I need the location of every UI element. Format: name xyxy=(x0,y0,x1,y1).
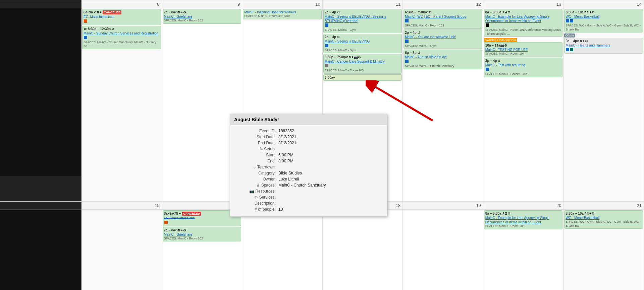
day-column-20: 20 8a – 8:30a↺🖥⚙ MainC - Example for Lee… xyxy=(483,202,564,290)
event-spaces: SPACES: MainC - Gym xyxy=(405,44,481,48)
event-block[interactable]: 7a – 8a↺⇅✦⚙ MainC - Griefshare SPACES: M… xyxy=(163,9,241,24)
event-time: 8a–9a xyxy=(164,212,173,215)
event-icons: 📷⚙ xyxy=(500,44,507,47)
day-column-15: 15 xyxy=(82,202,162,290)
event-title[interactable]: WC - Men's Basketball xyxy=(566,15,599,18)
event-spaces: SPACES: MainC - Room 104 xyxy=(485,52,561,56)
event-time: 6:30p – 7:30p xyxy=(325,55,346,59)
event-title[interactable]: MainC - Example for Lee: Approving Singl… xyxy=(485,216,549,224)
event-title[interactable]: MainC - Cancer Care Support & Ministry xyxy=(325,60,385,63)
day-content-11: 2p – 4p ↺ MainC - Seeing is BELIEVING : … xyxy=(323,8,403,82)
color-dot xyxy=(566,48,569,51)
day-header-19: 19 xyxy=(403,202,483,210)
event-spaces: SPACES: WC - Gym - Side A, WC - Gym - Si… xyxy=(566,24,642,31)
wrench-icon: ⚙ xyxy=(429,10,432,14)
event-time: 8:30a – 12:30p xyxy=(88,27,111,31)
event-block-top[interactable]: MainC - Inspiring Hope for Widows SPACES… xyxy=(243,9,322,19)
event-block-august-bible[interactable]: 6p – 8p ↺ MainC - August Bible Study! SP… xyxy=(404,50,482,69)
day-header-9: 9 xyxy=(162,0,242,8)
sidebar-column xyxy=(0,0,82,201)
event-icons: ↺⇅✦⚙ xyxy=(584,10,595,14)
popup-value xyxy=(278,195,382,200)
event-title[interactable]: MainC | WC | EC - Parent Support Group xyxy=(405,15,466,18)
event-title[interactable]: MainC - Inspiring Hope for Widows xyxy=(244,10,296,14)
recurring-icon: ↺ xyxy=(418,51,420,55)
popup-row-start: Start: 6:00 PM xyxy=(235,153,382,157)
event-title[interactable]: MainC - Sunday Church Services and Regis… xyxy=(84,31,158,35)
event-icons: ↺⇅✦⚙ xyxy=(577,39,588,43)
popup-row-startdate: Start Date: 8/12/2021 xyxy=(235,135,382,139)
popup-label: Start: xyxy=(235,153,278,157)
popup-value: 1863352 xyxy=(278,129,382,133)
popup-value: 6:00 PM xyxy=(278,153,382,157)
color-dot xyxy=(84,36,87,39)
event-block[interactable]: 3p – 4p ↺ MainC - Test with recurring SP… xyxy=(484,58,563,77)
event-time: 7a – 8a xyxy=(164,228,175,232)
event-spaces: SPACES: WC - Gym - Side A, WC - Gym - Si… xyxy=(566,220,642,228)
event-title[interactable]: MainC - Test with recurring xyxy=(485,63,525,67)
popup-value: 10 xyxy=(278,207,382,212)
recurring-icon: ↺ xyxy=(498,59,500,63)
event-title[interactable]: MainC - Example for Lee: Approving Singl… xyxy=(485,15,549,23)
event-block[interactable]: 8a – 8:30a↺🖥⚙ MainC - Example for Lee: A… xyxy=(484,9,563,37)
event-block[interactable]: 10a – 11a📷⚙ MainC - TESTING FOR LEE SPAC… xyxy=(484,42,563,57)
event-title[interactable]: MainC - Seeing is BELIEVING : Seeing is … xyxy=(325,15,386,23)
event-block[interactable]: 8:30a – 10a↺⇅✦⚙ WC - Men's Basketball SP… xyxy=(564,210,643,229)
popup-label: Start Date: xyxy=(235,135,278,139)
event-title[interactable]: EC–Mass Intensions xyxy=(84,15,114,19)
day-content-8: 8a–9a ↺⇅✦ CANCELED EC–Mass Intensions 🖥 … xyxy=(82,8,162,51)
event-block[interactable]: 6:30p – 7:30p↺⇅✦📷⚙ MainC - Cancer Care S… xyxy=(323,54,402,74)
event-title[interactable]: MainC - You are the weakest Link! xyxy=(405,35,456,39)
event-title[interactable]: MainC - Seeing is BELIEVING xyxy=(325,40,370,43)
popup-label: 📷 Resources: xyxy=(235,189,278,194)
event-spaces: SPACES: MainC - Gym xyxy=(325,28,401,32)
event-title[interactable]: MainC - TESTING FOR LEE xyxy=(485,48,528,52)
popup-body: Event ID: 1863352 Start Date: 8/12/2021 … xyxy=(230,125,387,216)
popup-label: ⌄ Teardown: xyxy=(235,165,278,169)
event-block[interactable]: 8a – 8:30a↺🖥⚙ MainC - Example for Lee: A… xyxy=(484,210,563,229)
popup-label: 🖥 Spaces: xyxy=(235,183,278,188)
popup-label: Category: xyxy=(235,171,278,175)
event-title[interactable]: MainC - August Bible Study! xyxy=(405,55,447,59)
event-block-partial[interactable]: 6:00a– xyxy=(323,74,402,81)
event-title[interactable]: WC - Men's Basketball xyxy=(566,216,599,220)
event-title[interactable]: MainC - Griefshare xyxy=(164,15,192,18)
event-time: 10a – 11a xyxy=(485,44,500,47)
recurring-icon: ↺ xyxy=(337,10,340,14)
day-content-14: 8:30a – 10a↺⇅✦⚙ WC - Men's Basketball SP… xyxy=(564,8,644,55)
popup-value: MainC - Church Sanctuary xyxy=(278,183,382,188)
event-title[interactable]: MainC - Griefshare xyxy=(164,233,192,236)
day-content-15 xyxy=(82,210,162,211)
event-block[interactable]: 6:30a – 7:30a↺⚙ MainC | WC | EC - Parent… xyxy=(404,9,482,29)
popup-value xyxy=(278,147,382,151)
popup-label: End: xyxy=(235,159,278,163)
day-header-10: 10 xyxy=(242,0,322,8)
event-block[interactable]: 2p – 4p ↺ MainC - Seeing is BELIEVING : … xyxy=(323,9,402,33)
event-spaces: SPACES: MainC - Room 102 xyxy=(164,19,240,23)
day-header-12: 12 xyxy=(403,0,483,8)
day-header-8: 8 xyxy=(82,0,162,8)
popup-row-services: ⚙ Services: xyxy=(235,195,382,200)
event-block[interactable]: 8:30a – 10a↺⇅✦⚙ WC - Men's Basketball SP… xyxy=(564,9,643,32)
event-block[interactable]: 🖥 8:30a – 12:30p ↺ MainC - Sunday Church… xyxy=(82,26,161,49)
popup-label: ⚙ Services: xyxy=(235,195,278,200)
day-content-12: 6:30a – 7:30a↺⚙ MainC | WC | EC - Parent… xyxy=(403,8,483,71)
event-time: 2p – 4p xyxy=(405,31,416,34)
popup-value: 8/12/2021 xyxy=(278,141,382,145)
sidebar-column-2 xyxy=(0,202,82,290)
event-block[interactable]: 8a–9a ↺⇅✦ CANCELED EC–Mass Intensions xyxy=(82,9,161,25)
event-block[interactable]: 2p – 4p ↺ MainC - Seeing is BELIEVING SP… xyxy=(323,34,402,54)
popup-label: # of people: xyxy=(235,207,278,212)
event-icons: ↺⇅✦ xyxy=(93,10,103,14)
event-block[interactable]: 9a – 4p↺⇅✦⚙ MainC - Hearts and Hammers xyxy=(564,38,643,54)
popup-row-people: # of people: 10 xyxy=(235,207,382,212)
event-title[interactable]: EC–Mass Intensions xyxy=(164,216,195,220)
event-block[interactable]: 8a–9a↺⇅✦ CANCELED EC–Mass Intensions xyxy=(163,210,241,226)
color-dot xyxy=(325,23,328,27)
color-dot xyxy=(325,64,328,67)
event-block[interactable]: 2p – 4p ↺ MainC - You are the weakest Li… xyxy=(404,29,482,49)
event-icons: ↺⇅✦⚙ xyxy=(175,10,186,14)
event-block[interactable]: 7a – 8a↺⇅✦⚙ MainC - Griefshare SPACES: M… xyxy=(163,227,241,242)
color-dot xyxy=(84,19,87,23)
event-title[interactable]: MainC - Hearts and Hammers xyxy=(566,44,610,47)
